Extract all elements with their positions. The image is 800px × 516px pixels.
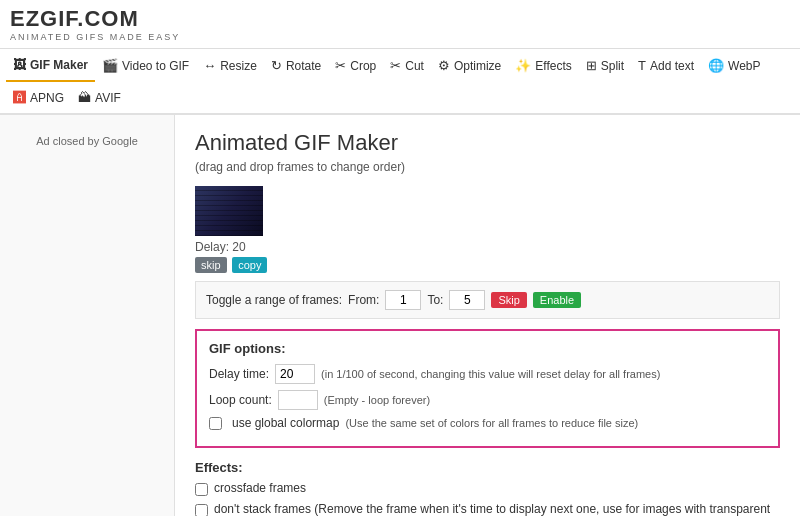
delay-value: 20 — [232, 240, 245, 254]
loop-count-row: Loop count: (Empty - loop forever) — [209, 390, 766, 410]
frame-container: Delay: 20 skip copy — [195, 186, 269, 273]
from-input[interactable] — [385, 290, 421, 310]
delay-time-label: Delay time: — [209, 367, 269, 381]
delay-time-input[interactable] — [275, 364, 315, 384]
nav-split[interactable]: ⊞ Split — [579, 50, 631, 81]
no-stack-row: don't stack frames (Remove the frame whe… — [195, 502, 780, 516]
colormap-label: use global colormap — [232, 416, 339, 430]
loop-count-hint: (Empty - loop forever) — [324, 394, 430, 406]
rotate-icon: ↻ — [271, 58, 282, 73]
skip-range-button[interactable]: Skip — [491, 292, 526, 308]
nav-effects[interactable]: ✨ Effects — [508, 50, 578, 81]
logo-tagline: ANIMATED GIFS MADE EASY — [10, 32, 790, 42]
no-stack-label: don't stack frames (Remove the frame whe… — [214, 502, 780, 516]
add-text-icon: T — [638, 58, 646, 73]
gif-options-box: GIF options: Delay time: (in 1/100 of se… — [195, 329, 780, 448]
page-subtitle: (drag and drop frames to change order) — [195, 160, 780, 174]
enable-button[interactable]: Enable — [533, 292, 581, 308]
nav-apng[interactable]: 🅰 APNG — [6, 82, 71, 113]
nav-cut-label: Cut — [405, 59, 424, 73]
cut-icon: ✂ — [390, 58, 401, 73]
nav-split-label: Split — [601, 59, 624, 73]
nav-crop-label: Crop — [350, 59, 376, 73]
nav-optimize[interactable]: ⚙ Optimize — [431, 50, 508, 81]
optimize-icon: ⚙ — [438, 58, 450, 73]
crop-icon: ✂ — [335, 58, 346, 73]
nav-video-to-gif[interactable]: 🎬 Video to GIF — [95, 50, 196, 81]
effects-section: Effects: crossfade frames don't stack fr… — [195, 460, 780, 516]
colormap-checkbox[interactable] — [209, 417, 222, 430]
loop-count-input[interactable] — [278, 390, 318, 410]
nav-apng-label: APNG — [30, 91, 64, 105]
avif-icon: 🏔 — [78, 90, 91, 105]
delay-time-row: Delay time: (in 1/100 of second, changin… — [209, 364, 766, 384]
logo-main: EZGIF — [10, 6, 77, 31]
frame-details: Delay: 20 — [195, 240, 269, 254]
nav-webp-label: WebP — [728, 59, 760, 73]
colormap-hint: (Use the same set of colors for all fram… — [345, 417, 638, 429]
nav-cut[interactable]: ✂ Cut — [383, 50, 431, 81]
copy-button[interactable]: copy — [232, 257, 267, 273]
site-header: EZGIF.COM ANIMATED GIFS MADE EASY — [0, 0, 800, 49]
nav-avif-label: AVIF — [95, 91, 121, 105]
effects-icon: ✨ — [515, 58, 531, 73]
frame-thumbnail[interactable] — [195, 186, 263, 236]
nav-optimize-label: Optimize — [454, 59, 501, 73]
logo-suffix: .COM — [77, 6, 138, 31]
nav-effects-label: Effects — [535, 59, 571, 73]
nav-webp[interactable]: 🌐 WebP — [701, 50, 767, 81]
nav-crop[interactable]: ✂ Crop — [328, 50, 383, 81]
sidebar-ad-closed: Ad closed by Google — [10, 125, 164, 157]
delay-label: Delay: — [195, 240, 229, 254]
split-icon: ⊞ — [586, 58, 597, 73]
colormap-row: use global colormap (Use the same set of… — [209, 416, 766, 430]
video-to-gif-icon: 🎬 — [102, 58, 118, 73]
webp-icon: 🌐 — [708, 58, 724, 73]
no-stack-checkbox[interactable] — [195, 504, 208, 516]
nav-add-text-label: Add text — [650, 59, 694, 73]
nav-gif-maker[interactable]: 🖼 GIF Maker — [6, 49, 95, 82]
crossfade-row: crossfade frames — [195, 481, 780, 496]
skip-button[interactable]: skip — [195, 257, 227, 273]
toggle-range-section: Toggle a range of frames: From: To: Skip… — [195, 281, 780, 319]
to-label: To: — [427, 293, 443, 307]
nav-avif[interactable]: 🏔 AVIF — [71, 82, 128, 113]
resize-icon: ↔ — [203, 58, 216, 73]
main-navbar: 🖼 GIF Maker 🎬 Video to GIF ↔ Resize ↻ Ro… — [0, 49, 800, 115]
nav-rotate-label: Rotate — [286, 59, 321, 73]
effects-title: Effects: — [195, 460, 780, 475]
frame-image — [195, 186, 263, 236]
nav-rotate[interactable]: ↻ Rotate — [264, 50, 328, 81]
site-logo[interactable]: EZGIF.COM — [10, 6, 790, 32]
sidebar: Ad closed by Google — [0, 115, 175, 516]
gif-options-title: GIF options: — [209, 341, 766, 356]
gif-maker-icon: 🖼 — [13, 57, 26, 72]
crossfade-label: crossfade frames — [214, 481, 306, 495]
nav-video-to-gif-label: Video to GIF — [122, 59, 189, 73]
delay-time-hint: (in 1/100 of second, changing this value… — [321, 368, 660, 380]
apng-icon: 🅰 — [13, 90, 26, 105]
page-title: Animated GIF Maker — [195, 130, 780, 156]
to-input[interactable] — [449, 290, 485, 310]
toggle-range-label: Toggle a range of frames: — [206, 293, 342, 307]
crossfade-checkbox[interactable] — [195, 483, 208, 496]
main-layout: Ad closed by Google Animated GIF Maker (… — [0, 115, 800, 516]
nav-add-text[interactable]: T Add text — [631, 50, 701, 81]
main-content: Animated GIF Maker (drag and drop frames… — [175, 115, 800, 516]
nav-gif-maker-label: GIF Maker — [30, 58, 88, 72]
from-label: From: — [348, 293, 379, 307]
loop-count-label: Loop count: — [209, 393, 272, 407]
nav-resize-label: Resize — [220, 59, 257, 73]
nav-resize[interactable]: ↔ Resize — [196, 50, 264, 81]
frame-buttons: skip copy — [195, 257, 269, 273]
